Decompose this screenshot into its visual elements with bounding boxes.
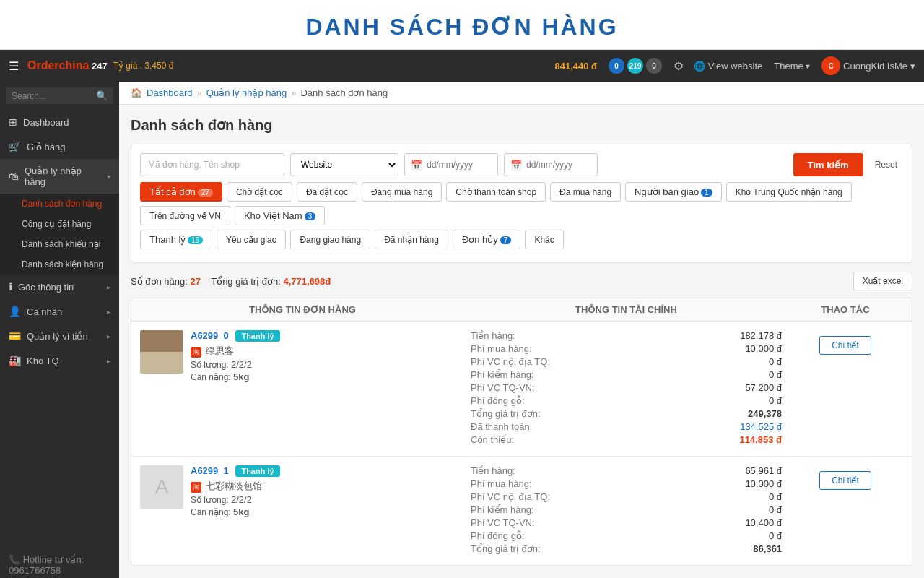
hotline: 📞 Hotline tư vấn: 0961766758 [0,547,119,578]
dashboard-icon: ⊞ [9,116,17,128]
chevron-icon: ▸ [107,332,110,340]
label: Còn thiếu: [471,434,514,445]
order-table: THÔNG TIN ĐƠN HÀNG THÔNG TIN TÀI CHÍNH T… [131,298,912,566]
sidebar-item-profile[interactable]: 👤 Cá nhân ▸ [0,299,119,324]
shop-flag: 淘 [191,347,201,358]
fin-row-phi-dong-go: Phí đóng gỗ: 0 đ [471,395,782,406]
globe-icon: 🌐 [694,61,708,72]
tab-cancelled[interactable]: Đơn hủy7 [453,230,521,249]
view-website-link[interactable]: 🌐 View website [694,61,762,72]
sidebar-item-warehouse[interactable]: 🏭 Kho TQ ▸ [0,348,119,373]
search-icon: 🔍 [96,90,108,101]
search-button[interactable]: Tìm kiếm [793,153,863,176]
notification-badges: 0 219 0 [609,58,662,74]
value: 0 đ [769,530,782,541]
tab-liquidation[interactable]: Thanh lý16 [140,230,212,249]
shop-name: 绿思客 [206,345,234,356]
main-layout: 🔍 ⊞ Dashboard 🛒 Giỏ hàng 🛍 Quản lý nhập … [0,82,924,578]
label: Đã thanh toán: [471,421,532,432]
sidebar-sub-item-orders[interactable]: Danh sách đơn hàng [0,194,119,214]
fin-row-phi-kiem: Phí kiểm hàng: 0 đ [471,504,782,515]
content-area: Danh sách đơn hàng Website 📅 📅 [119,105,924,578]
order-meta: A6299_1 Thanh lý 淘 七彩糊淡包馆 Số lượng: 2/2/… [191,465,465,517]
info-icon: ℹ [9,281,12,293]
theme-dropdown[interactable]: Theme ▾ [774,61,810,72]
avatar: C [821,56,840,75]
user-menu[interactable]: C CuongKid IsMe ▾ [821,56,915,75]
search-input[interactable] [12,91,96,101]
tab-all[interactable]: Tất cả đơn27 [140,182,222,202]
tab-deposited[interactable]: Đã đặt cọc [297,182,357,202]
status-tabs-row2: Thanh lý16 Yêu cầu giao Đang giao hàng Đ… [140,230,903,249]
label: Tổng giá trị đơn: [471,543,541,554]
sidebar-item-dashboard[interactable]: ⊞ Dashboard [0,110,119,134]
order-weight: Cân nặng: 5kg [191,371,465,382]
tab-on-way[interactable]: Trên đường về VN [140,206,230,225]
sidebar-item-label: Kho TQ [27,355,59,366]
balance: 841,440 đ [554,61,597,72]
sidebar-sub-item-packages[interactable]: Danh sách kiện hàng [0,254,119,275]
order-count: 27 [191,276,201,287]
tab-wait-deposit[interactable]: Chờ đặt cọc [227,182,292,202]
calendar-icon: 📅 [411,160,422,171]
warehouse-icon: 🏭 [9,355,21,366]
badge-1[interactable]: 0 [609,58,624,74]
tab-delivering[interactable]: Đang giao hàng [290,230,370,249]
sidebar-sub-item-tool[interactable]: Công cụ đặt hàng [0,214,119,234]
order-id-row: A6299_1 Thanh lý [191,465,465,477]
badge-2[interactable]: 219 [627,58,643,74]
website-select[interactable]: Website [290,153,398,176]
tab-wait-pay-shop[interactable]: Chờ thanh toán shop [446,182,546,202]
sidebar-item-cart[interactable]: 🛒 Giỏ hàng [0,134,119,159]
reset-button[interactable]: Reset [869,160,903,170]
date-to-input[interactable] [526,160,591,170]
tab-buying[interactable]: Đang mua hàng [362,182,442,202]
tab-cn-warehouse[interactable]: Kho Trung Quốc nhận hàng [726,182,852,202]
date-from-input[interactable] [427,160,492,170]
order-info-col: A A6299_1 Thanh lý 淘 七彩糊淡包馆 [140,465,465,517]
order-shop: 淘 绿思客 [191,345,465,358]
wallet-icon: 💳 [9,330,21,342]
breadcrumb-home[interactable]: Dashboard [147,87,193,98]
fin-row-tong: Tổng giá trị đơn: 249,378 [471,408,782,419]
tab-vn-warehouse[interactable]: Kho Việt Nam3 [235,206,325,225]
sidebar-item-wallet[interactable]: 💳 Quản lý ví tiền ▸ [0,324,119,348]
detail-button[interactable]: Chi tiết [819,336,871,355]
tab-seller-deliver[interactable]: Người bán giao1 [625,182,722,202]
value-paid: 134,525 đ [740,421,782,432]
settings-icon[interactable]: ⚙ [674,59,684,73]
col-action: THAO TÁC [788,304,903,315]
date-from-wrap: 📅 [404,153,498,176]
order-weight: Cân nặng: 5kg [191,506,465,517]
fin-row-phi-vc-tq-vn: Phí VC TQ-VN: 57,200 đ [471,382,782,393]
sidebar-item-label: Quản lý ví tiền [27,331,88,342]
order-search-input[interactable] [140,153,284,176]
breadcrumb-parent[interactable]: Quản lý nhập hàng [206,87,287,98]
badge-3[interactable]: 0 [646,58,662,74]
chevron-icon: ▸ [107,283,110,291]
label: Tổng giá trị đơn: [471,408,541,419]
tab-received[interactable]: Đã nhận hàng [375,230,448,249]
profile-icon: 👤 [9,306,21,317]
sidebar-item-import[interactable]: 🛍 Quản lý nhập hàng ▾ [0,159,119,194]
financial-col: Tiền hàng: 182,178 đ Phí mua hàng: 10,00… [465,330,788,447]
value: 0 đ [769,395,782,406]
fin-row-phi-vc-tq-vn: Phí VC TQ-VN: 10,400 đ [471,517,782,528]
tab-request-delivery[interactable]: Yêu cầu giao [217,230,286,249]
page-title: Danh sách đơn hàng [131,116,912,134]
tab-other[interactable]: Khác [525,230,563,249]
value: 182,178 đ [740,330,782,341]
chevron-icon: ▸ [107,308,110,316]
label: Tiền hàng: [471,465,515,476]
search-box[interactable]: 🔍 [6,87,113,104]
sidebar-item-info[interactable]: ℹ Góc thông tin ▸ [0,275,119,299]
export-excel-button[interactable]: Xuất excel [853,272,912,290]
tab-bought[interactable]: Đã mua hàng [550,182,621,202]
menu-toggle-icon[interactable]: ☰ [9,59,19,73]
detail-button[interactable]: Chi tiết [819,471,871,490]
order-id-row: A6299_0 Thanh lý [191,330,465,342]
value: 0 đ [769,504,782,515]
order-id: A6299_1 [191,465,229,476]
total-value: 4,771,698đ [283,276,331,287]
sidebar-sub-item-complaints[interactable]: Danh sách khiếu nại [0,234,119,254]
